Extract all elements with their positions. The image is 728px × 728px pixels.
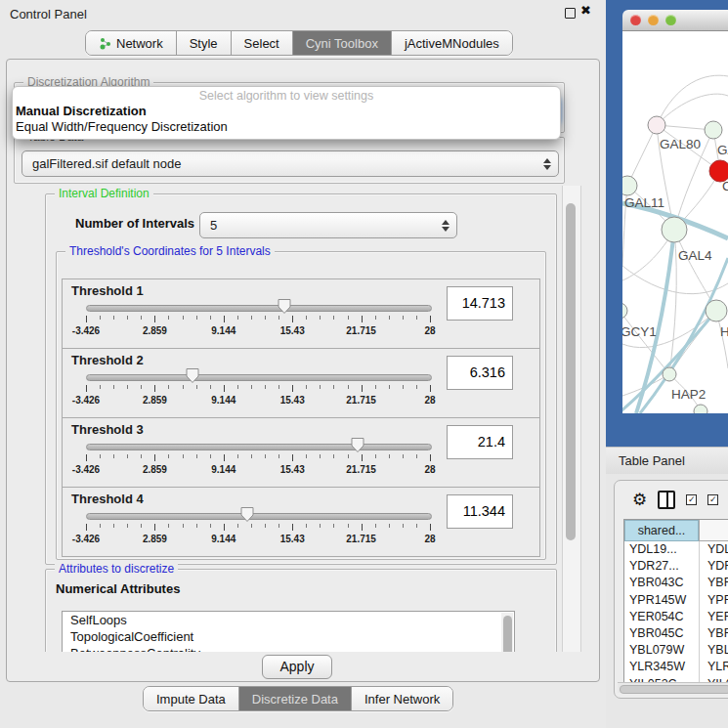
slider-tick: [154, 524, 155, 531]
network-node-gal11[interactable]: [622, 176, 637, 195]
network-node[interactable]: [694, 405, 707, 413]
table-row[interactable]: YBR043CYBR0: [624, 575, 728, 591]
number-of-intervals-value: 5: [200, 218, 441, 233]
checkbox-icon[interactable]: ✓: [707, 494, 718, 505]
slider-tick-label: -3.426: [72, 534, 100, 544]
slider-tick-label: 15.43: [280, 464, 305, 475]
slider-track[interactable]: [86, 305, 432, 312]
table-data-combo[interactable]: galFiltered.sif default node: [21, 150, 559, 177]
slider-thumb[interactable]: [278, 298, 292, 319]
column-header-shared-name[interactable]: shared...: [624, 520, 699, 541]
checkbox-icon[interactable]: ✓: [686, 494, 697, 505]
tab-network[interactable]: Network: [86, 31, 177, 55]
scrollbar-thumb[interactable]: [566, 203, 576, 540]
interval-definition-group: Interval Definition Number of Intervals …: [45, 193, 557, 565]
threshold-slider[interactable]: -3.4262.8599.14415.4321.71528: [86, 372, 430, 411]
popup-option[interactable]: Equal Width/Frequency Discretization: [13, 119, 560, 135]
attribute-item[interactable]: BetweennessCentrality: [63, 645, 514, 652]
split-view-icon[interactable]: [658, 491, 675, 509]
attribute-item[interactable]: SelfLoops: [63, 612, 514, 628]
tab-select[interactable]: Select: [232, 31, 293, 55]
slider-track[interactable]: [86, 374, 432, 381]
slider-tick-label: 9.144: [211, 325, 236, 336]
table-row[interactable]: YPR145WYPR1: [624, 592, 728, 609]
main-scrollbar[interactable]: [562, 186, 581, 652]
numerical-attributes-list[interactable]: SelfLoopsTopologicalCoefficientBetweenne…: [62, 611, 515, 652]
table-toolbar: ⚙ ✓ ✓: [615, 481, 728, 518]
table-browser-card: ⚙ ✓ ✓ shared...naYDL19...YDL1YDR27...YDR…: [614, 480, 728, 699]
threshold-label: Threshold 2: [71, 353, 144, 367]
threshold-slider[interactable]: -3.4262.8599.14415.4321.71528: [86, 511, 430, 550]
scrollbar-thumb[interactable]: [620, 685, 728, 694]
attributes-scrollbar[interactable]: [501, 613, 513, 652]
network-node-h[interactable]: [706, 300, 727, 321]
network-node-ga[interactable]: [705, 121, 722, 139]
threshold-value-field[interactable]: [447, 425, 513, 459]
network-edge[interactable]: [657, 94, 728, 125]
slider-tick: [403, 454, 404, 458]
float-window-icon[interactable]: [565, 8, 576, 19]
table-row[interactable]: YDR27...YDR2: [624, 558, 728, 575]
slider-tick: [320, 316, 321, 320]
threshold-value-field[interactable]: [447, 494, 513, 529]
column-header-name[interactable]: na: [699, 520, 728, 541]
traffic-light-minimize-icon[interactable]: [648, 15, 659, 25]
network-edge-thick[interactable]: [636, 230, 674, 413]
slider-thumb[interactable]: [240, 506, 255, 527]
slider-tick-label: 2.859: [143, 325, 167, 336]
network-edge[interactable]: [622, 266, 728, 294]
slider-track[interactable]: [86, 513, 432, 520]
table-row[interactable]: YDL19...YDL1: [624, 541, 728, 558]
slider-tick-label: 21.715: [346, 464, 376, 475]
network-edge[interactable]: [657, 75, 728, 125]
traffic-light-zoom-icon[interactable]: [665, 15, 676, 25]
scrollbar-thumb[interactable]: [503, 616, 512, 652]
gear-icon[interactable]: ⚙: [632, 492, 647, 508]
threshold-value-field[interactable]: [447, 356, 513, 390]
table-row[interactable]: YBR045CYBR0: [624, 625, 728, 642]
tab-style[interactable]: Style: [177, 31, 232, 55]
top-tab-bar: NetworkStyleSelectCyni ToolboxjActiveMNo…: [85, 30, 513, 56]
tab-impute-data[interactable]: Impute Data: [144, 687, 239, 710]
network-node-hap2[interactable]: [663, 367, 676, 381]
popup-option[interactable]: Manual Discretization: [13, 104, 560, 119]
node-table[interactable]: shared...naYDL19...YDL1YDR27...YDR2YBR04…: [623, 519, 728, 683]
slider-track[interactable]: [86, 444, 432, 450]
tab-label: Discretize Data: [252, 692, 338, 707]
tab-jactivemnodules[interactable]: jActiveMNodules: [392, 31, 512, 55]
slider-tick-label: 2.859: [143, 395, 167, 406]
threshold-slider[interactable]: -3.4262.8599.14415.4321.71528: [86, 442, 430, 481]
table-panel-titlebar[interactable]: Table Panel: [606, 447, 728, 475]
table-horizontal-scrollbar[interactable]: [618, 682, 728, 693]
table-row[interactable]: YER054CYER0: [624, 609, 728, 625]
tab-discretize-data[interactable]: Discretize Data: [239, 687, 352, 710]
network-node-gcy1[interactable]: [622, 303, 627, 319]
slider-thumb[interactable]: [186, 367, 200, 388]
slider-tick-label: 21.715: [346, 395, 376, 406]
attribute-item[interactable]: TopologicalCoefficient: [63, 628, 514, 645]
tab-cyni-toolbox[interactable]: Cyni Toolbox: [293, 31, 392, 55]
cell-name: YBR0: [699, 575, 728, 591]
network-node-gal4[interactable]: [662, 217, 687, 242]
apply-button[interactable]: Apply: [262, 655, 332, 679]
slider-tick: [292, 316, 293, 322]
network-node-gal80[interactable]: [648, 116, 665, 134]
threshold-value-field[interactable]: [447, 286, 513, 321]
cell-shared-name: YBR045C: [624, 625, 699, 642]
tab-infer-network[interactable]: Infer Network: [352, 687, 452, 710]
slider-tick-label: 9.144: [211, 534, 236, 544]
number-of-intervals-combo[interactable]: 5: [199, 212, 457, 238]
cell-name: YDR2: [699, 558, 728, 575]
table-row[interactable]: YBL079WYBL0: [624, 642, 728, 659]
slider-tick: [127, 454, 128, 458]
slider-tick: [86, 316, 87, 322]
slider-tick: [348, 316, 349, 320]
threshold-slider[interactable]: -3.4262.8599.14415.4321.71528: [86, 303, 430, 342]
close-icon[interactable]: ✖: [580, 3, 591, 18]
traffic-light-close-icon[interactable]: [630, 15, 641, 25]
slider-thumb[interactable]: [351, 437, 365, 457]
table-row[interactable]: YLR345WYLR3: [624, 659, 728, 675]
slider-tick: [168, 385, 169, 389]
network-canvas[interactable]: GAL80GACGAL11GAL4GCY1HHAP2: [622, 31, 728, 413]
network-window-titlebar[interactable]: [622, 10, 728, 31]
